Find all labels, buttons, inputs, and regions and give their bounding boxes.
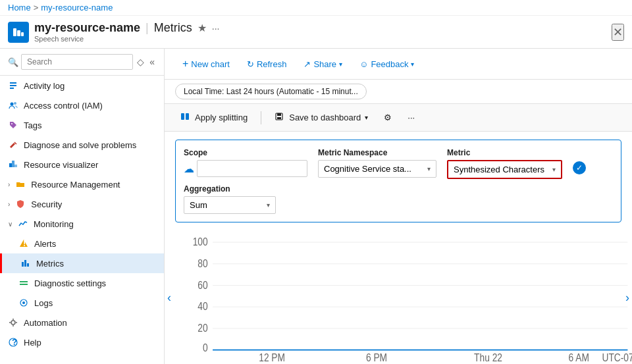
gear-button[interactable]: ⚙: [379, 110, 397, 125]
sidebar-item-label: Diagnose and solve problems: [24, 140, 136, 150]
chevron-right-icon: ›: [8, 201, 10, 208]
svg-rect-17: [20, 281, 28, 282]
sidebar-item-diagnose[interactable]: Diagnose and solve problems: [0, 135, 164, 155]
svg-text:100: 100: [193, 236, 208, 247]
svg-point-6: [11, 103, 14, 106]
svg-text:12 PM: 12 PM: [259, 351, 285, 363]
svg-point-20: [22, 301, 25, 304]
sidebar-item-activity-log[interactable]: Activity log: [0, 76, 164, 95]
sidebar-item-monitoring[interactable]: ∨ Monitoring: [0, 214, 164, 234]
metric-check-icon: ✓: [573, 161, 586, 174]
toolbar: + New chart ↻ Refresh ↗ Share ▾ ☺ Feedba…: [165, 49, 632, 80]
chart-container: ‹ › 100 80 60 40 20 0: [165, 230, 632, 364]
sidebar-item-label: Logs: [34, 298, 53, 308]
time-selector-button[interactable]: Local Time: Last 24 hours (Automatic - 1…: [175, 84, 367, 99]
scope-cloud-icon: ☁: [184, 163, 194, 175]
plus-icon: +: [182, 58, 188, 70]
share-button[interactable]: ↗ Share ▾: [296, 55, 350, 73]
aggregation-label: Aggregation: [184, 184, 276, 194]
sidebar-item-label: Help: [24, 338, 41, 348]
svg-text:!: !: [23, 239, 26, 248]
people-icon: [8, 100, 18, 111]
tag-icon: [8, 120, 18, 130]
time-selector-bar: Local Time: Last 24 hours (Automatic - 1…: [165, 80, 632, 104]
breadcrumb-home[interactable]: Home: [8, 3, 31, 13]
svg-rect-2: [21, 32, 24, 36]
sidebar-item-label: Access control (IAM): [24, 101, 103, 111]
new-chart-button[interactable]: + New chart: [175, 54, 237, 74]
sidebar-subitem-logs[interactable]: Logs: [0, 293, 164, 313]
chart-nav-right-button[interactable]: ›: [623, 288, 632, 307]
resource-title: my-resource-name: [34, 21, 140, 35]
settings-icon: [18, 278, 29, 288]
scope-input[interactable]: [197, 160, 307, 177]
breadcrumb: Home > my-resource-name: [0, 0, 632, 16]
feedback-button[interactable]: ☺ Feedback ▾: [352, 55, 421, 73]
svg-rect-15: [24, 260, 26, 267]
breadcrumb-resource[interactable]: my-resource-name: [41, 3, 113, 13]
save-chevron-icon: ▾: [365, 114, 368, 121]
chevron-down-icon: ∨: [8, 221, 13, 228]
top-bar: my-resource-name | Metrics ★ ··· Speech …: [0, 16, 632, 49]
sidebar-item-label: Automation: [24, 318, 67, 328]
star-button[interactable]: ★: [198, 22, 207, 34]
svg-rect-3: [10, 82, 16, 84]
metric-select[interactable]: Synthesized Characters ▾: [447, 160, 562, 179]
share-icon: ↗: [303, 59, 311, 69]
sidebar-item-label: Activity log: [24, 81, 65, 91]
metric-value: Synthesized Characters: [454, 165, 544, 174]
svg-text:0: 0: [203, 342, 208, 353]
sidebar-item-resource-visualizer[interactable]: Resource visualizer: [0, 155, 164, 174]
sidebar-item-label: Tags: [24, 120, 41, 130]
sidebar-search-area: 🔍 ◇ «: [0, 49, 164, 76]
sidebar-item-label: Diagnostic settings: [34, 278, 106, 288]
sidebar-subitem-diagnostic-settings[interactable]: Diagnostic settings: [0, 273, 164, 293]
svg-rect-0: [13, 28, 16, 36]
folder-icon: [15, 179, 26, 190]
more-button[interactable]: ···: [212, 23, 220, 34]
shield-icon: [15, 199, 26, 209]
chart-area: Apply splitting Save to dashboard ▾ ⚙ ··…: [165, 104, 632, 364]
feedback-icon: ☺: [359, 59, 368, 69]
svg-text:80: 80: [198, 257, 207, 269]
svg-text:?: ?: [12, 338, 17, 347]
sidebar-item-label: Resource Management: [31, 180, 120, 190]
sidebar-item-help[interactable]: ? Help: [0, 332, 164, 352]
list-icon: [8, 80, 18, 91]
feedback-chevron-icon: ▾: [411, 61, 414, 68]
sidebar-item-label: Monitoring: [34, 219, 74, 229]
sidebar-pin-icon[interactable]: «: [148, 55, 156, 68]
sidebar-item-tags[interactable]: Tags: [0, 115, 164, 135]
splitting-icon: [180, 112, 190, 123]
search-icon: 🔍: [8, 57, 18, 67]
save-to-dashboard-button[interactable]: Save to dashboard ▾: [269, 109, 373, 126]
metric-label: Metric: [447, 148, 562, 157]
sidebar-item-automation[interactable]: Automation: [0, 313, 164, 332]
namespace-select[interactable]: Cognitive Service sta... ▾: [318, 160, 436, 178]
chart-nav-left-button[interactable]: ‹: [165, 288, 174, 307]
tools-icon: [8, 140, 18, 150]
refresh-button[interactable]: ↻ Refresh: [240, 55, 294, 73]
toolbar-separator: [261, 111, 261, 124]
sidebar-item-access-control[interactable]: Access control (IAM): [0, 95, 164, 115]
metric-field: Metric Synthesized Characters ▾: [447, 148, 562, 179]
resource-subtitle: Speech service: [34, 35, 219, 43]
apply-splitting-button[interactable]: Apply splitting: [175, 109, 253, 126]
automation-icon: [8, 317, 18, 328]
sidebar-subitem-metrics[interactable]: Metrics: [0, 253, 164, 273]
aggregation-field: Aggregation Sum ▾: [184, 184, 276, 214]
more-options-button[interactable]: ···: [402, 110, 420, 125]
close-button[interactable]: ✕: [612, 24, 624, 41]
chart-toolbar: Apply splitting Save to dashboard ▾ ⚙ ··…: [165, 104, 632, 132]
sidebar-subitem-alerts[interactable]: ! Alerts: [0, 234, 164, 253]
sidebar-item-security[interactable]: › Security: [0, 194, 164, 214]
aggregation-select[interactable]: Sum ▾: [184, 196, 276, 214]
logs-icon: [18, 298, 29, 308]
sidebar-item-resource-management[interactable]: › Resource Management: [0, 174, 164, 194]
svg-rect-14: [22, 262, 24, 267]
svg-rect-1: [17, 30, 20, 36]
sidebar-collapse-icon[interactable]: ◇: [136, 55, 145, 68]
search-input[interactable]: [21, 54, 133, 70]
metrics-icon: [20, 258, 31, 269]
svg-text:20: 20: [198, 322, 207, 334]
